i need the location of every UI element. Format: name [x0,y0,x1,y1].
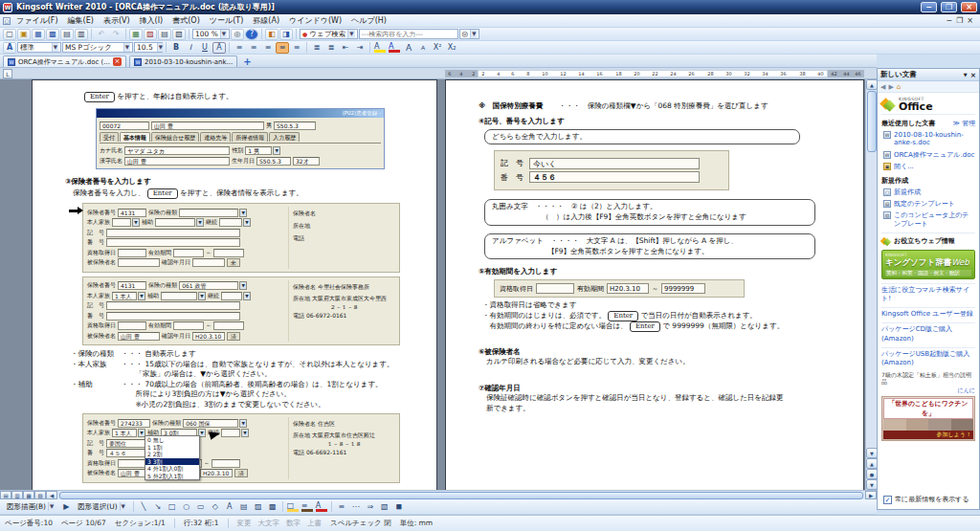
shape-icon[interactable]: ▤ [237,501,251,513]
dictionary-banner[interactable]: KINGSOFT キングソフト辞書Web 英和・和英・国語・例文・翻訳 [881,250,975,279]
restore-button[interactable]: ❐ [941,2,957,12]
align-right-icon[interactable]: ≡ [261,42,275,54]
arrow-style-icon[interactable]: ⇒ [364,501,377,513]
insert-table-icon[interactable]: ▦ [129,29,143,40]
vertical-scrollbar[interactable]: ▲ ▼ ▲ ● ▼ [865,79,877,490]
minimize-button[interactable]: − [921,2,937,12]
undo-icon[interactable]: ↶ [95,29,108,40]
scroll-left-icon[interactable]: ◀ [46,491,57,499]
doc-tab-2[interactable]: W 2010-03-10-koushin-ank... [129,55,237,67]
view-page-icon[interactable]: ▦ [23,491,34,499]
menu-item[interactable]: 罫線(A) [248,14,284,27]
open-icon[interactable]: ▣ [17,29,31,40]
new-icon[interactable]: ▢ [3,29,16,40]
menu-item[interactable]: 編集(E) [63,14,99,27]
new-tab-button[interactable]: + [240,56,254,67]
view-web-icon[interactable]: ▥ [11,491,23,499]
drawing-icon[interactable]: ▧ [172,29,186,40]
numbering-icon[interactable]: ≣ [310,42,323,54]
recent-doc-link[interactable]: W ORCA操作マニュアル.doc [881,150,975,160]
select-pointer-icon[interactable]: ▶ [59,501,73,513]
select-shapes-button[interactable]: 図形選択(U)▼ [74,500,130,513]
default-template-link[interactable]: ▤ 既定のテンプレート [881,199,975,209]
close-button[interactable]: × [961,2,977,12]
web-link[interactable]: 生活に役立つマルチ検索サイト! [881,283,975,305]
home-icon[interactable]: ⌂ [897,83,901,91]
status-toggle[interactable]: 数字 [286,519,301,528]
subscript-icon[interactable]: X₂ [445,42,458,54]
page-right[interactable]: ※ 国保特別療養費 ・・・ 保険の種類欄▼から「068 特別療養費」を選び直しま… [445,79,864,490]
web-link[interactable]: パッケージUSB起動版ご購入 (Amazon) [881,347,975,369]
insert-chart-icon[interactable]: ▨ [144,29,157,40]
search-go-combo[interactable]: ◎ ▼ [459,29,480,39]
columns-icon[interactable]: ▤ [158,29,171,40]
vaccine-banner[interactable]: 「世界のこどもにワクチンを」 参加しよう！ [881,396,975,441]
task-pane-right-icon[interactable]: ◨ [279,29,293,40]
shape-icon[interactable]: □ [166,501,179,513]
doc-tab-active[interactable]: W ORCA操作マニュアル.doc (... × [3,55,126,67]
underline-icon[interactable]: U [198,42,212,54]
shape-icon[interactable]: ◇ [209,501,222,513]
shape-icon[interactable]: ▭ [194,501,208,513]
doc-close-icon[interactable]: × [967,16,973,25]
chevron-down-icon[interactable]: ▼ [123,43,130,52]
view-normal-icon[interactable]: ▤ [0,491,11,499]
page-left[interactable]: Enter を押すと、年齢は自動表示します。 (P02)患者登録 - 00072… [32,79,437,490]
task-pane-left-icon[interactable]: ◧ [265,29,278,40]
find-icon[interactable]: ◎ [231,29,244,40]
draw-menu-button[interactable]: 図形描画(B)▼ [3,500,58,513]
menu-item[interactable]: ファイル(F) [11,14,63,27]
grow-font-icon[interactable]: A [402,42,415,54]
tab-stop-selector[interactable]: L [3,69,12,78]
dash-style-icon[interactable]: ⋯ [349,501,363,513]
char-border-icon[interactable]: A [212,42,226,54]
menu-item[interactable]: ツール(T) [205,14,249,27]
forward-icon[interactable]: ▶ [888,83,893,91]
bullets-icon[interactable]: ≣ [324,42,338,54]
open-file-link[interactable]: ▣ 開く... [881,162,975,171]
font-color-icon[interactable]: A [388,42,401,54]
italic-icon[interactable]: I [184,42,197,54]
tab-close-icon[interactable]: × [113,57,122,66]
menu-item[interactable]: ウインドウ(W) [284,14,346,27]
web-link[interactable]: パッケージCD版ご購入 (Amazon) [881,322,975,344]
menu-item[interactable]: ヘルプ(H) [346,14,391,27]
web-link[interactable]: Kingsoft Office ユーザー登録 [881,307,975,321]
close-icon[interactable]: × [970,71,976,79]
chevron-down-icon[interactable]: ▼ [52,43,58,52]
shape-icon[interactable]: ↘ [151,501,165,513]
view-outline-icon[interactable]: ▧ [34,491,46,499]
chevron-down-icon[interactable]: ▼ [470,30,477,38]
highlight-icon[interactable]: A [373,42,387,54]
indent-increase-icon[interactable]: ⇥ [353,42,367,54]
shape-icon[interactable]: ╲ [137,501,150,513]
horizontal-ruler[interactable]: L 642 2468101214161820222426283032343638… [0,68,877,79]
manage-link[interactable]: ≫ 管理 [952,119,975,128]
computer-templates-link[interactable]: ▨ このコンピュータ上のテンプレート [881,210,975,229]
superscript-icon[interactable]: X² [431,42,444,54]
menu-item[interactable]: 表示(V) [99,14,135,27]
doc-restore-icon[interactable]: ❐ [956,16,963,25]
bold-icon[interactable]: B [169,42,183,54]
line-color-icon[interactable]: ≡ [301,501,314,513]
search-input[interactable] [359,29,458,39]
shape-icon[interactable]: ▨ [252,501,265,513]
checkbox-checked-icon[interactable]: ✓ [883,496,892,504]
new-document-link[interactable]: ▢ 新規作成 [881,188,975,197]
shape-icon[interactable]: ▩ [266,501,279,513]
shape-icon[interactable]: A [223,501,236,513]
align-left-icon[interactable]: ≡ [233,42,246,54]
document-area[interactable]: Enter を押すと、年齢は自動表示します。 (P02)患者登録 - 00072… [0,79,877,490]
indent-decrease-icon[interactable]: ⇤ [339,42,352,54]
back-icon[interactable]: ◀ [880,83,885,91]
chevron-down-icon[interactable]: ▼ [220,30,227,38]
doc-minimize-icon[interactable]: − [946,16,952,25]
font-combo[interactable]: MS Pゴシック ▼ [62,42,133,53]
shape-icon[interactable]: ○ [180,501,193,513]
scroll-right-icon[interactable]: ▶ [865,491,877,499]
align-justify-icon[interactable]: ≡ [276,42,289,54]
fill-color-icon[interactable]: □ [286,501,300,513]
align-distribute-icon[interactable]: ≡ [290,42,303,54]
help-icon[interactable]: ? [245,29,258,40]
line-style-icon[interactable]: ≡ [335,501,348,513]
